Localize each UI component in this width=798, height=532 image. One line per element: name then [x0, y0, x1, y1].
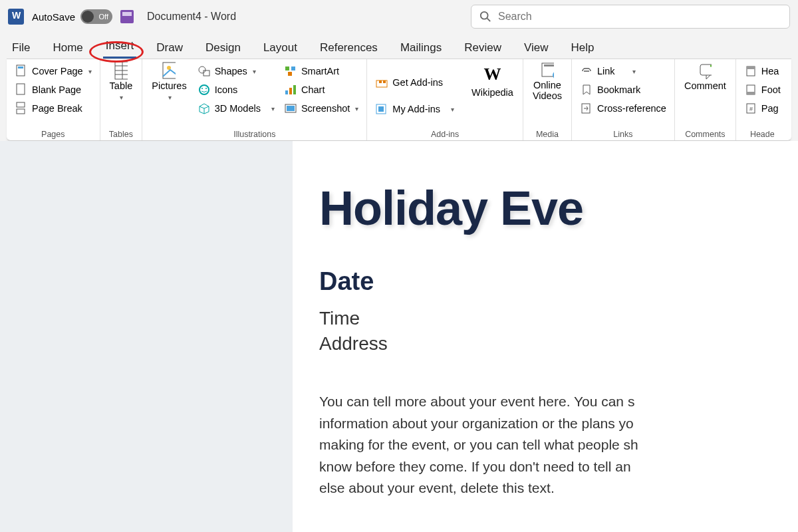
svg-point-18 [201, 88, 203, 89]
table-button[interactable]: Table ▾ [106, 63, 137, 128]
doc-body[interactable]: You can tell more about your event here.… [319, 391, 798, 499]
autosave-control[interactable]: AutoSave Off [32, 9, 112, 24]
bookmark-button[interactable]: Bookmark [577, 82, 669, 98]
comment-icon [698, 65, 712, 78]
doc-address[interactable]: Address [319, 333, 798, 354]
svg-rect-5 [17, 102, 25, 107]
doc-heading[interactable]: Holiday Eve [319, 181, 798, 235]
document-title: Document4 - Word [147, 11, 236, 23]
tab-home[interactable]: Home [50, 37, 85, 59]
doc-date[interactable]: Date [319, 267, 798, 296]
svg-rect-4 [17, 84, 25, 94]
svg-rect-23 [285, 90, 288, 94]
toggle-knob [82, 11, 94, 23]
tab-design[interactable]: Design [203, 37, 243, 59]
group-addins-label: Add-ins [372, 128, 517, 139]
group-headerfooter: Hea Foot # Pag Heade [736, 59, 789, 140]
group-media-label: Media [529, 128, 566, 139]
svg-text:#: # [749, 106, 753, 112]
video-icon [541, 65, 554, 78]
autosave-toggle[interactable]: Off [80, 9, 112, 24]
tab-references[interactable]: References [317, 37, 380, 59]
blank-page-button[interactable]: Blank Page [12, 82, 94, 98]
footer-button[interactable]: Foot [741, 82, 783, 98]
table-label: Table [110, 80, 133, 91]
tab-draw[interactable]: Draw [154, 37, 186, 59]
link-icon [580, 65, 593, 78]
chevron-down-icon: ▾ [632, 68, 636, 75]
page-break-label: Page Break [32, 103, 82, 114]
pictures-label: Pictures [152, 80, 186, 91]
pictures-button[interactable]: Pictures ▾ [148, 63, 190, 128]
blank-page-icon [15, 83, 28, 96]
my-addins-button[interactable]: My Add-ins ▾ [372, 101, 457, 117]
svg-rect-25 [293, 85, 296, 94]
svg-point-0 [481, 12, 488, 19]
search-input[interactable] [498, 11, 781, 23]
crossref-icon [580, 102, 593, 115]
header-button[interactable]: Hea [741, 63, 783, 79]
group-addins: Get Add-ins My Add-ins ▾ W Wikipedia Add… [367, 59, 523, 140]
svg-rect-20 [285, 66, 289, 70]
svg-rect-22 [288, 72, 292, 76]
svg-rect-37 [700, 65, 712, 75]
screenshot-button[interactable]: Screenshot▾ [281, 100, 361, 116]
page-break-button[interactable]: Page Break [12, 100, 94, 116]
store-icon [375, 76, 388, 89]
3d-models-label: 3D Models [215, 103, 261, 114]
group-links: Link ▾ Bookmark Cross-reference Links [572, 59, 675, 140]
footer-icon [744, 83, 757, 96]
search-box[interactable] [471, 5, 790, 29]
tab-layout[interactable]: Layout [261, 37, 300, 59]
blank-page-label: Blank Page [32, 84, 81, 95]
group-pages: Cover Page▾ Blank Page Page Break Pages [7, 59, 100, 140]
icons-icon [198, 83, 211, 96]
svg-point-34 [553, 71, 554, 79]
tab-insert[interactable]: Insert [103, 35, 137, 59]
smartart-button[interactable]: SmartArt [281, 63, 361, 79]
group-media: OnlineVideos Media [523, 59, 572, 140]
page-number-label: Pag [761, 103, 779, 114]
wikipedia-label: Wikipedia [471, 87, 513, 98]
screenshot-label: Screenshot [301, 103, 350, 114]
group-comments-label: Comments [680, 128, 730, 139]
document-area: Holiday Eve Date Time Address You can te… [0, 141, 798, 532]
page-number-button[interactable]: # Pag [741, 100, 783, 116]
group-tables: Table ▾ Tables [100, 59, 143, 140]
chart-button[interactable]: Chart [281, 82, 361, 98]
document-page[interactable]: Holiday Eve Date Time Address You can te… [293, 141, 798, 532]
wikipedia-icon: W [483, 65, 501, 84]
link-button[interactable]: Link ▾ [577, 63, 669, 79]
svg-rect-35 [544, 65, 554, 66]
icons-label: Icons [215, 84, 238, 95]
svg-rect-43 [747, 92, 755, 94]
tab-help[interactable]: Help [569, 37, 597, 59]
svg-rect-3 [18, 66, 23, 68]
online-videos-button[interactable]: OnlineVideos [529, 63, 566, 128]
3d-models-button[interactable]: 3D Models ▾ [195, 100, 277, 116]
chevron-down-icon: ▾ [120, 94, 123, 101]
tab-file[interactable]: File [9, 37, 33, 59]
get-addins-button[interactable]: Get Add-ins [372, 74, 457, 90]
comment-button[interactable]: Comment [680, 63, 730, 128]
smartart-icon [284, 65, 297, 78]
tab-review[interactable]: Review [462, 37, 504, 59]
bookmark-icon [580, 83, 593, 96]
chevron-down-icon: ▾ [168, 94, 172, 101]
doc-time[interactable]: Time [319, 308, 798, 329]
cross-reference-button[interactable]: Cross-reference [577, 100, 669, 116]
tab-mailings[interactable]: Mailings [398, 37, 444, 59]
screenshot-icon [284, 102, 297, 115]
link-label: Link [597, 66, 615, 76]
tab-view[interactable]: View [521, 37, 551, 59]
ribbon-tabs: File Home Insert Draw Design Layout Refe… [0, 33, 798, 59]
search-icon [479, 11, 491, 23]
wikipedia-button[interactable]: W Wikipedia [467, 63, 517, 128]
group-tables-label: Tables [106, 128, 137, 139]
cover-page-button[interactable]: Cover Page▾ [12, 63, 94, 79]
icons-button[interactable]: Icons [195, 82, 277, 98]
page-break-icon [15, 102, 28, 115]
save-icon[interactable] [120, 10, 134, 23]
shapes-button[interactable]: Shapes▾ [195, 63, 277, 79]
cover-page-label: Cover Page [32, 66, 83, 76]
